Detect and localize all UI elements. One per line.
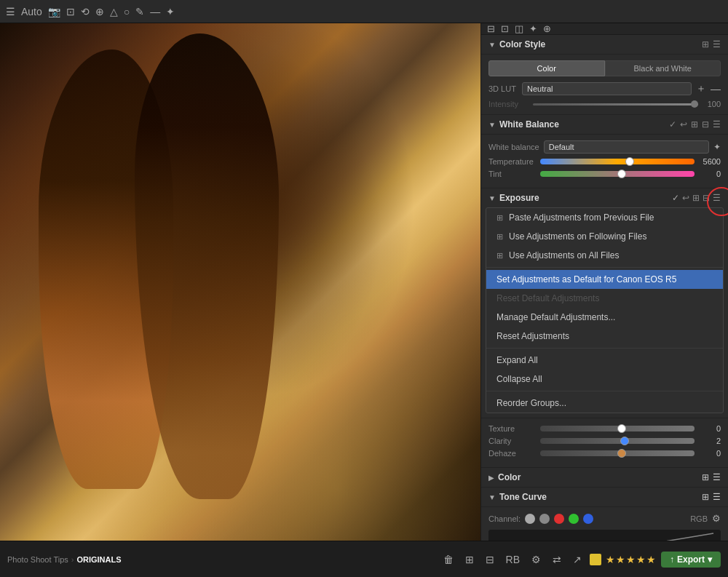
tint-thumb[interactable] bbox=[617, 170, 626, 178]
toolbar-rotate-icon[interactable]: ⟲ bbox=[81, 6, 90, 17]
color-section-title: Color bbox=[498, 472, 702, 482]
channel-grey1[interactable] bbox=[525, 514, 535, 524]
menu-item-use-all-label: Use Adjustments on All Files bbox=[509, 250, 619, 260]
toolbar-crop-icon[interactable]: ⊡ bbox=[66, 6, 75, 17]
panel-tool-5[interactable]: ⊕ bbox=[543, 23, 551, 34]
export-chevron[interactable]: ▾ bbox=[708, 554, 712, 565]
dehaze-thumb[interactable] bbox=[617, 449, 626, 458]
toolbar-circle-icon[interactable]: ○ bbox=[124, 6, 130, 17]
toolbar-auto-label[interactable]: Auto bbox=[21, 6, 42, 17]
lut-select[interactable]: Neutral bbox=[522, 82, 692, 95]
tab-color[interactable]: Color bbox=[488, 60, 605, 76]
intensity-slider[interactable] bbox=[533, 103, 698, 106]
temperature-slider[interactable] bbox=[540, 159, 695, 164]
exposure-action-icons: ↩ ⊞ ⊟ ☰ bbox=[682, 193, 721, 203]
menu-item-use-all[interactable]: ⊞ Use Adjustments on All Files bbox=[486, 246, 723, 265]
dehaze-slider[interactable] bbox=[540, 450, 695, 456]
panel-tool-3[interactable]: ◫ bbox=[515, 23, 523, 34]
color-style-title: Color Style bbox=[499, 39, 702, 49]
right-panel: ⊟ ⊡ ◫ ✦ ⊕ ▼ Color Style ⊞ ☰ Color Black … bbox=[480, 23, 728, 541]
menu-item-set-default-label: Set Adjustments as Default for Canon EOS… bbox=[496, 274, 676, 284]
wb-copy-icon[interactable]: ⊞ bbox=[691, 119, 698, 130]
tint-slider[interactable] bbox=[540, 171, 695, 177]
channel-blue[interactable] bbox=[583, 514, 593, 524]
menu-item-expand-all[interactable]: Expand All bbox=[486, 351, 723, 370]
color-style-copy-icon[interactable]: ⊞ bbox=[702, 39, 709, 49]
exposure-title: Exposure bbox=[499, 193, 672, 203]
settings-icon[interactable]: ⚙ bbox=[528, 552, 545, 568]
color-style-header[interactable]: ▼ Color Style ⊞ ☰ bbox=[481, 35, 728, 55]
breadcrumb-sep: › bbox=[71, 555, 74, 564]
menu-item-set-default[interactable]: Set Adjustments as Default for Canon EOS… bbox=[486, 270, 723, 289]
delete-icon[interactable]: 🗑 bbox=[440, 552, 457, 568]
tone-curve-gear-icon[interactable]: ⚙ bbox=[712, 513, 721, 524]
wb-check-icon[interactable]: ✓ bbox=[669, 119, 676, 130]
color-style-menu-icon[interactable]: ☰ bbox=[713, 39, 721, 49]
color-copy-icon[interactable]: ⊞ bbox=[702, 472, 709, 482]
wb-preset-select[interactable]: Default bbox=[544, 140, 709, 154]
exposure-copy-icon[interactable]: ⊞ bbox=[692, 193, 700, 203]
lut-add-icon[interactable]: ＋ bbox=[696, 82, 706, 95]
color-style-triangle: ▼ bbox=[488, 41, 496, 49]
dehaze-label: Dehaze bbox=[488, 449, 536, 458]
exposure-section: ▼ Exposure ✓ ↩ ⊞ ⊟ ☰ ⊞ Paste Adjustments… bbox=[481, 188, 728, 418]
dehaze-value: 0 bbox=[699, 449, 721, 458]
toolbar-pen-icon[interactable]: ✎ bbox=[135, 6, 144, 17]
clarity-slider[interactable] bbox=[540, 438, 695, 444]
sync-icon[interactable]: ⇄ bbox=[549, 552, 565, 568]
filmstrip-icon[interactable]: ⊞ bbox=[462, 552, 478, 568]
channel-red[interactable] bbox=[554, 514, 564, 524]
toolbar-shape-icon[interactable]: △ bbox=[110, 6, 118, 17]
white-balance-header[interactable]: ▼ White Balance ✓ ↩ ⊞ ⊟ ☰ bbox=[481, 115, 728, 135]
toolbar-heal-icon[interactable]: ⊕ bbox=[95, 6, 104, 17]
panel-tool-2[interactable]: ⊡ bbox=[501, 23, 509, 34]
clarity-label: Clarity bbox=[488, 437, 536, 445]
toolbar-hamburger-icon[interactable]: ☰ bbox=[6, 6, 15, 17]
toolbar-brush-icon[interactable]: ✦ bbox=[166, 6, 175, 17]
temperature-thumb[interactable] bbox=[625, 157, 634, 166]
rating-stars[interactable]: ★★★★★ bbox=[606, 554, 657, 565]
wb-menu-icon[interactable]: ☰ bbox=[713, 119, 721, 130]
eyedropper-icon[interactable]: ✦ bbox=[713, 142, 721, 152]
color-label-yellow[interactable] bbox=[590, 554, 601, 565]
menu-item-reorder[interactable]: Reorder Groups... bbox=[486, 394, 723, 413]
tab-black-white[interactable]: Black and White bbox=[605, 60, 721, 76]
panel-tool-4[interactable]: ✦ bbox=[529, 23, 537, 34]
lut-remove-icon[interactable]: — bbox=[711, 83, 721, 95]
menu-item-reset-adj[interactable]: Reset Adjustments bbox=[486, 327, 723, 346]
panel-tool-1[interactable]: ⊟ bbox=[487, 23, 495, 34]
clarity-thumb[interactable] bbox=[620, 437, 629, 445]
tone-curve-copy-icon[interactable]: ⊞ bbox=[702, 492, 709, 502]
intensity-row: Intensity 100 bbox=[488, 100, 721, 108]
share-icon[interactable]: ↗ bbox=[569, 552, 585, 568]
color-section-header[interactable]: ▶ Color ⊞ ☰ bbox=[481, 468, 728, 488]
wb-paste-icon[interactable]: ⊟ bbox=[702, 119, 709, 130]
wb-reset-icon[interactable]: ↩ bbox=[680, 119, 687, 130]
exposure-menu-icon[interactable]: ☰ bbox=[713, 193, 721, 203]
exposure-paste-icon[interactable]: ⊟ bbox=[703, 193, 710, 203]
tone-curve-header[interactable]: ▼ Tone Curve ⊞ ☰ bbox=[481, 488, 728, 507]
menu-item-collapse-all-label: Collapse All bbox=[496, 374, 542, 384]
top-toolbar: ☰ Auto 📷 ⊡ ⟲ ⊕ △ ○ ✎ — ✦ bbox=[0, 0, 728, 23]
tone-curve-menu-icon[interactable]: ☰ bbox=[713, 492, 721, 502]
curve-area[interactable] bbox=[488, 530, 721, 541]
toolbar-line-icon[interactable]: — bbox=[150, 6, 160, 17]
exposure-header[interactable]: ▼ Exposure ✓ ↩ ⊞ ⊟ ☰ bbox=[481, 188, 728, 207]
exposure-reset-icon[interactable]: ↩ bbox=[682, 193, 689, 203]
menu-item-collapse-all[interactable]: Collapse All bbox=[486, 370, 723, 389]
copy-icon[interactable]: ⊟ bbox=[482, 552, 498, 568]
compare-icon[interactable]: RB bbox=[502, 552, 523, 568]
texture-slider[interactable] bbox=[540, 426, 695, 431]
channel-grey2[interactable] bbox=[539, 514, 550, 524]
menu-item-reset-default-label: Reset Default Adjustments bbox=[496, 293, 599, 303]
menu-item-paste-prev[interactable]: ⊞ Paste Adjustments from Previous File bbox=[486, 208, 723, 227]
menu-item-manage-default[interactable]: Manage Default Adjustments... bbox=[486, 308, 723, 327]
color-menu-icon[interactable]: ☰ bbox=[713, 472, 721, 482]
breadcrumb-part1: Photo Shoot Tips bbox=[7, 555, 68, 564]
channel-green[interactable] bbox=[569, 514, 579, 524]
texture-thumb[interactable] bbox=[617, 424, 626, 433]
photo-area[interactable] bbox=[0, 23, 480, 541]
menu-item-use-following[interactable]: ⊞ Use Adjustments on Following Files bbox=[486, 227, 723, 246]
export-button[interactable]: ↑ Export ▾ bbox=[661, 552, 721, 568]
exposure-check-icon[interactable]: ✓ bbox=[672, 193, 679, 203]
